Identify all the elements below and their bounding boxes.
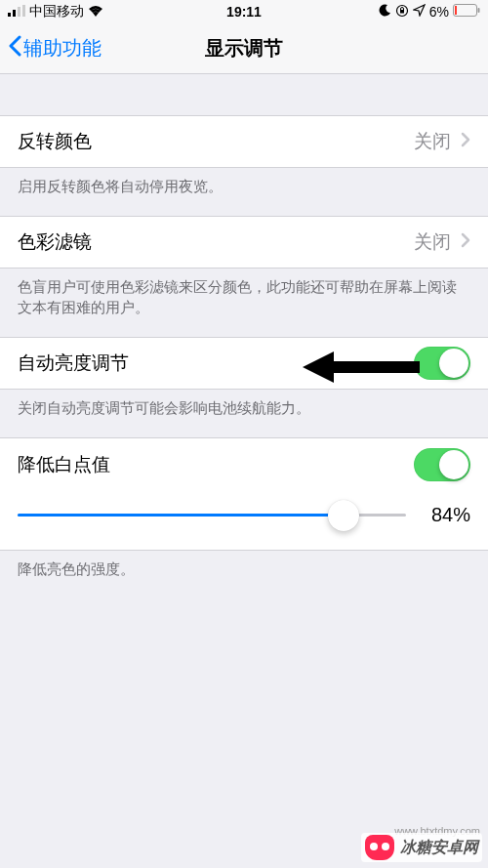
cell-value: 关闭 bbox=[414, 129, 451, 154]
svg-rect-2 bbox=[18, 7, 20, 17]
slider-value: 84% bbox=[420, 504, 470, 526]
footer-invert: 启用反转颜色将自动停用夜览。 bbox=[0, 168, 488, 216]
svg-rect-8 bbox=[478, 8, 480, 13]
cell-right: 关闭 bbox=[414, 229, 470, 255]
status-right: 6% bbox=[379, 4, 480, 21]
battery-icon bbox=[453, 4, 480, 20]
row-auto-brightness: 自动亮度调节 bbox=[0, 337, 488, 390]
lock-rotation-icon bbox=[395, 4, 409, 21]
svg-rect-5 bbox=[400, 10, 404, 14]
carrier-label: 中国移动 bbox=[29, 3, 84, 21]
slider-fill bbox=[18, 514, 344, 517]
switch-knob bbox=[439, 450, 468, 479]
svg-rect-0 bbox=[8, 13, 11, 17]
back-button[interactable]: 辅助功能 bbox=[8, 35, 102, 62]
row-white-point: 降低白点值 bbox=[0, 437, 488, 490]
status-left: 中国移动 bbox=[8, 3, 103, 21]
watermark-text: 冰糖安卓网 bbox=[400, 838, 478, 858]
battery-pct: 6% bbox=[429, 4, 449, 20]
nav-bar: 辅助功能 显示调节 bbox=[0, 23, 488, 74]
auto-brightness-toggle[interactable] bbox=[414, 347, 470, 380]
slider-thumb[interactable] bbox=[328, 500, 359, 531]
footer-white-point: 降低亮色的强度。 bbox=[0, 551, 488, 599]
cell-label: 降低白点值 bbox=[18, 452, 110, 477]
cell-value: 关闭 bbox=[414, 229, 451, 255]
switch-knob bbox=[439, 349, 468, 378]
white-point-slider-row: 84% bbox=[0, 490, 488, 551]
cell-label: 自动亮度调节 bbox=[18, 351, 129, 376]
row-invert-colors[interactable]: 反转颜色 关闭 bbox=[0, 115, 488, 168]
white-point-toggle[interactable] bbox=[414, 448, 470, 481]
svg-rect-6 bbox=[454, 5, 477, 17]
back-label: 辅助功能 bbox=[23, 35, 102, 62]
status-bar: 中国移动 19:11 6% bbox=[0, 0, 488, 23]
signal-icon bbox=[8, 4, 25, 20]
spacer bbox=[0, 74, 488, 115]
status-time: 19:11 bbox=[226, 4, 262, 20]
watermark-logo-icon bbox=[365, 835, 394, 860]
row-color-filters[interactable]: 色彩滤镜 关闭 bbox=[0, 216, 488, 269]
svg-rect-3 bbox=[22, 5, 25, 17]
cell-right: 关闭 bbox=[414, 129, 470, 154]
chevron-left-icon bbox=[8, 35, 21, 62]
svg-rect-7 bbox=[455, 6, 457, 15]
page-title: 显示调节 bbox=[205, 35, 283, 62]
location-icon bbox=[413, 4, 426, 20]
footer-auto-brightness: 关闭自动亮度调节可能会影响电池续航能力。 bbox=[0, 390, 488, 437]
moon-icon bbox=[379, 4, 391, 20]
chevron-right-icon bbox=[461, 232, 470, 252]
cell-label: 色彩滤镜 bbox=[18, 229, 92, 255]
watermark: 冰糖安卓网 bbox=[361, 833, 482, 862]
cell-label: 反转颜色 bbox=[18, 129, 92, 154]
white-point-slider[interactable] bbox=[18, 514, 406, 517]
footer-filters: 色盲用户可使用色彩滤镜来区分颜色，此功能还可帮助在屏幕上阅读文本有困难的用户。 bbox=[0, 269, 488, 337]
svg-rect-1 bbox=[13, 10, 16, 17]
wifi-icon bbox=[88, 4, 103, 20]
chevron-right-icon bbox=[461, 132, 470, 151]
